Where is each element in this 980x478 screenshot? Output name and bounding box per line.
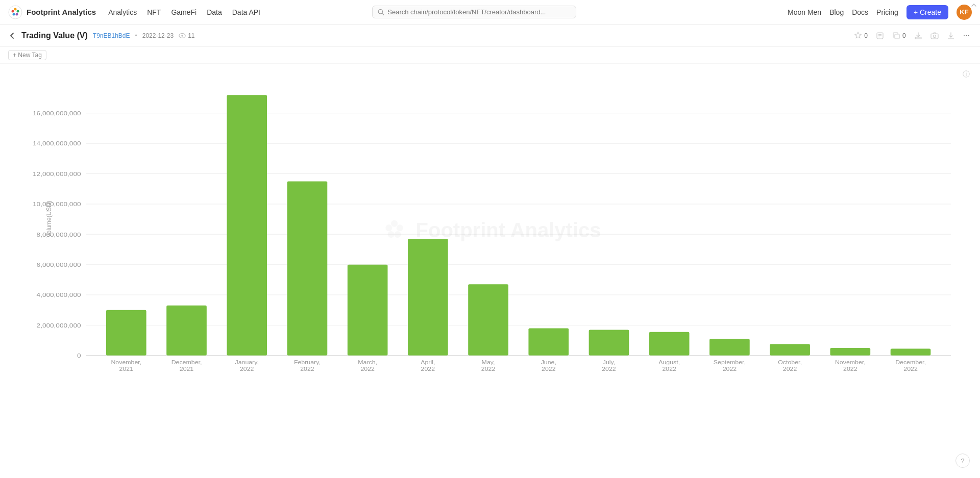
- back-button[interactable]: [8, 32, 16, 40]
- page-separator: •: [135, 32, 137, 39]
- page-header-left: Trading Value (V) T9nEB1hBdE • 2022-12-2…: [8, 31, 194, 40]
- svg-text:14,000,000,000: 14,000,000,000: [33, 140, 81, 147]
- svg-point-1: [12, 10, 14, 12]
- create-button[interactable]: + Create: [906, 5, 948, 19]
- svg-text:2022: 2022: [300, 366, 314, 372]
- svg-text:April,: April,: [421, 360, 435, 365]
- svg-text:2022: 2022: [903, 366, 917, 372]
- nav-link-data[interactable]: Data: [207, 8, 222, 16]
- brand[interactable]: Footprint Analytics: [8, 5, 96, 19]
- download-button[interactable]: [945, 31, 957, 41]
- screenshot-button[interactable]: [928, 31, 941, 41]
- svg-text:November,: November,: [111, 360, 141, 365]
- svg-text:12,000,000,000: 12,000,000,000: [33, 170, 81, 178]
- search-bar[interactable]: [372, 6, 576, 18]
- nav-link-docs[interactable]: Docs: [852, 8, 868, 16]
- svg-text:2022: 2022: [783, 366, 797, 372]
- page-date: 2022-12-23: [142, 32, 174, 39]
- tag-bar: + New Tag: [0, 47, 980, 64]
- collapse-button[interactable]: [968, 0, 980, 10]
- svg-point-2: [14, 8, 17, 10]
- camera-icon: [930, 32, 939, 40]
- chart-area: ⓘ Footprint Analytics 02,000,000,0004,00…: [0, 64, 980, 421]
- page-title: Trading Value (V): [21, 31, 88, 40]
- nav-link-moon-men[interactable]: Moon Men: [788, 8, 821, 16]
- svg-text:16,000,000,000: 16,000,000,000: [33, 110, 81, 117]
- svg-text:December,: December,: [172, 360, 202, 365]
- page-id[interactable]: T9nEB1hBdE: [93, 32, 130, 39]
- svg-text:2022: 2022: [662, 366, 676, 372]
- svg-text:6,000,000,000: 6,000,000,000: [37, 261, 81, 268]
- bar-chart: 02,000,000,0004,000,000,0006,000,000,000…: [10, 72, 970, 388]
- svg-rect-46: [166, 306, 207, 356]
- page-views: 11: [179, 32, 194, 39]
- svg-rect-61: [468, 284, 508, 356]
- edit-button[interactable]: [874, 31, 886, 41]
- more-button[interactable]: ···: [961, 31, 972, 40]
- svg-rect-64: [528, 328, 569, 355]
- svg-rect-55: [348, 265, 388, 356]
- svg-text:October,: October,: [778, 360, 802, 365]
- svg-text:December,: December,: [895, 360, 926, 365]
- brand-logo-icon: [8, 5, 22, 19]
- svg-line-7: [382, 13, 384, 15]
- svg-rect-70: [649, 332, 690, 356]
- svg-text:2021: 2021: [119, 366, 133, 372]
- svg-text:4,000,000,000: 4,000,000,000: [37, 291, 81, 298]
- download-icon: [947, 32, 955, 40]
- svg-text:2022: 2022: [843, 366, 857, 372]
- copy-button[interactable]: 0: [890, 31, 908, 41]
- chart-container: Footprint Analytics 02,000,000,0004,000,…: [10, 72, 970, 388]
- brand-name: Footprint Analytics: [27, 8, 96, 16]
- svg-text:0: 0: [77, 352, 81, 359]
- navbar: Footprint Analytics Analytics NFT GameFi…: [0, 0, 980, 24]
- nav-link-pricing[interactable]: Pricing: [876, 8, 898, 16]
- svg-text:2022: 2022: [360, 366, 374, 372]
- page-header-right: 0 0: [852, 31, 972, 41]
- export-icon: [914, 32, 922, 40]
- nav-link-dataapi[interactable]: Data API: [232, 8, 260, 16]
- svg-text:2022: 2022: [542, 366, 555, 372]
- svg-text:2022: 2022: [602, 366, 616, 372]
- svg-rect-76: [770, 344, 810, 356]
- svg-rect-14: [895, 34, 899, 39]
- back-arrow-icon: [8, 32, 16, 40]
- svg-text:August,: August,: [658, 360, 680, 365]
- copy-icon: [892, 32, 900, 40]
- svg-point-4: [13, 13, 15, 15]
- svg-point-3: [17, 10, 19, 12]
- nav-link-nft[interactable]: NFT: [147, 8, 161, 16]
- nav-link-blog[interactable]: Blog: [829, 8, 844, 16]
- svg-text:September,: September,: [714, 360, 746, 365]
- svg-text:March,: March,: [358, 360, 377, 365]
- svg-text:November,: November,: [835, 360, 866, 365]
- svg-rect-73: [709, 339, 750, 356]
- svg-rect-58: [408, 239, 448, 356]
- svg-rect-82: [891, 349, 931, 356]
- svg-rect-43: [106, 310, 146, 356]
- edit-icon: [876, 32, 884, 40]
- svg-rect-79: [830, 348, 870, 356]
- svg-point-17: [933, 35, 936, 37]
- chevron-up-icon: [970, 1, 978, 9]
- nav-link-gamefi[interactable]: GameFi: [171, 8, 197, 16]
- svg-rect-15: [915, 37, 921, 39]
- search-icon: [378, 9, 384, 16]
- svg-text:2,000,000,000: 2,000,000,000: [37, 322, 81, 329]
- svg-text:2021: 2021: [180, 366, 193, 372]
- svg-rect-16: [931, 34, 938, 39]
- nav-right: Moon Men Blog Docs Pricing + Create KF: [788, 5, 972, 20]
- nav-links: Analytics NFT GameFi Data Data API: [108, 8, 260, 16]
- svg-text:July,: July,: [603, 360, 615, 365]
- svg-point-0: [9, 6, 22, 19]
- svg-text:January,: January,: [235, 360, 258, 365]
- svg-text:8,000,000,000: 8,000,000,000: [37, 231, 81, 238]
- nav-link-analytics[interactable]: Analytics: [108, 8, 137, 16]
- export-button[interactable]: [912, 31, 924, 41]
- svg-text:June,: June,: [541, 360, 556, 365]
- star-button[interactable]: 0: [852, 31, 870, 41]
- new-tag-button[interactable]: + New Tag: [8, 50, 46, 60]
- search-input[interactable]: [387, 8, 571, 16]
- svg-rect-52: [287, 181, 328, 355]
- svg-text:2022: 2022: [481, 366, 495, 372]
